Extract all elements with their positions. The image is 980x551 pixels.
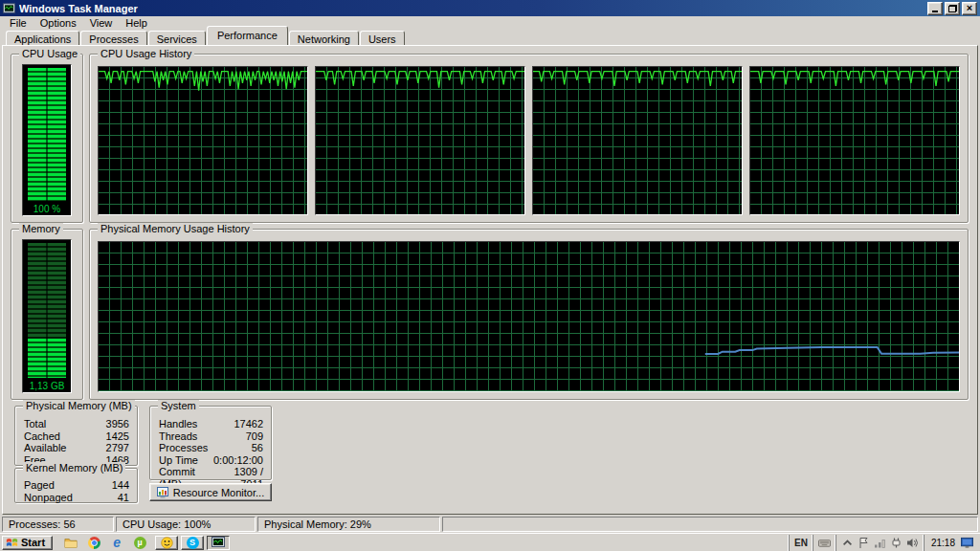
title-bar: Windows Task Manager × bbox=[0, 0, 980, 16]
memory-led-divider bbox=[46, 243, 48, 378]
cpu-usage-group-label: CPU Usage bbox=[19, 48, 80, 59]
stat-label: Cached bbox=[24, 430, 60, 443]
stat-row: Cached 1425 bbox=[24, 430, 129, 443]
keyboard-section[interactable] bbox=[813, 535, 835, 551]
system-group: System Handles 17462 Threads 709 Process… bbox=[149, 406, 272, 480]
resource-monitor-button[interactable]: Resource Monitor... bbox=[149, 483, 272, 501]
internet-explorer-icon[interactable]: e bbox=[110, 536, 123, 549]
tray-icons-section bbox=[835, 535, 924, 551]
taskbar: Start e µ bbox=[0, 533, 980, 551]
system-tray: EN bbox=[789, 535, 978, 551]
stat-value: 41 bbox=[118, 492, 129, 504]
close-button[interactable]: × bbox=[962, 2, 977, 15]
cpu-usage-group: CPU Usage 100 % bbox=[11, 54, 83, 223]
status-empty-panel bbox=[442, 517, 978, 532]
physical-memory-group: Physical Memory (MB) Total 3956 Cached 1… bbox=[14, 406, 138, 466]
clock: 21:18 bbox=[929, 538, 957, 548]
status-bar: Processes: 56 CPU Usage: 100% Physical M… bbox=[2, 517, 978, 532]
window-title: Windows Task Manager bbox=[19, 3, 925, 14]
stat-label: Threads bbox=[159, 430, 197, 443]
keyboard-icon bbox=[818, 537, 831, 549]
memory-history-group: Physical Memory Usage History bbox=[89, 229, 969, 400]
stat-value: 0:00:12:00 bbox=[213, 454, 263, 467]
stat-value: 2797 bbox=[106, 442, 129, 454]
restore-button[interactable] bbox=[945, 2, 960, 15]
taskbar-button-task-manager[interactable] bbox=[207, 536, 230, 550]
stat-row: Threads 709 bbox=[159, 430, 263, 443]
cpu-history-graph-core1 bbox=[98, 66, 308, 215]
action-center-flag-icon[interactable] bbox=[858, 537, 870, 549]
language-label: EN bbox=[794, 538, 808, 548]
stat-value: 56 bbox=[252, 442, 263, 454]
stat-label: Up Time bbox=[159, 454, 198, 467]
cpu-history-graph-core4 bbox=[749, 66, 960, 215]
network-signal-icon[interactable] bbox=[874, 537, 886, 549]
cpu-history-graph-core3 bbox=[532, 66, 743, 215]
cpu-history-group-label: CPU Usage History bbox=[98, 48, 194, 59]
tray-monitor-icon[interactable] bbox=[961, 537, 973, 549]
explorer-folder-icon[interactable] bbox=[64, 536, 78, 549]
minimize-button[interactable] bbox=[927, 2, 943, 15]
chrome-icon[interactable] bbox=[87, 536, 100, 549]
tab-page-performance: CPU Usage 100 % CPU Usage History bbox=[2, 45, 978, 515]
stat-value: 17462 bbox=[234, 418, 263, 430]
task-manager-window-icon bbox=[3, 3, 15, 14]
quick-launch-bar: e µ bbox=[64, 536, 146, 549]
status-cpu-usage: CPU Usage: 100% bbox=[116, 517, 256, 532]
memory-gauge: 1,13 GB bbox=[22, 239, 72, 393]
memory-history-group-label: Physical Memory Usage History bbox=[98, 223, 253, 234]
menu-file[interactable]: File bbox=[3, 17, 33, 29]
memory-led-area bbox=[28, 243, 66, 378]
start-windows-logo-icon bbox=[6, 537, 18, 548]
stat-value: 1425 bbox=[106, 430, 129, 443]
stat-row: Total 3956 bbox=[24, 418, 129, 430]
clock-section[interactable]: 21:18 bbox=[924, 535, 978, 551]
status-processes: Processes: 56 bbox=[2, 517, 114, 532]
menu-view[interactable]: View bbox=[83, 17, 120, 29]
show-hidden-icons-icon[interactable] bbox=[841, 537, 854, 549]
stat-row: Nonpaged 41 bbox=[24, 492, 129, 504]
skype-icon: S bbox=[187, 537, 199, 549]
taskbar-button-skype[interactable]: S bbox=[181, 536, 204, 550]
system-group-label: System bbox=[158, 400, 199, 411]
menu-bar: File Options View Help bbox=[0, 16, 980, 29]
physical-memory-group-label: Physical Memory (MB) bbox=[23, 400, 135, 411]
start-label: Start bbox=[21, 537, 45, 548]
menu-help[interactable]: Help bbox=[119, 17, 154, 29]
memory-group-label: Memory bbox=[19, 223, 63, 234]
memory-history-graph bbox=[98, 241, 960, 392]
physical-memory-rows: Total 3956 Cached 1425 Available 2797 Fr… bbox=[24, 418, 129, 466]
tab-performance[interactable]: Performance bbox=[207, 26, 288, 45]
taskbar-button-smiley[interactable] bbox=[155, 536, 178, 550]
memory-value: 1,13 GB bbox=[23, 381, 71, 391]
stat-row: Available 2797 bbox=[24, 442, 129, 454]
close-icon: × bbox=[967, 3, 972, 12]
cpu-history-graph-core2 bbox=[315, 66, 525, 215]
language-indicator[interactable]: EN bbox=[789, 535, 813, 551]
kernel-memory-group: Kernel Memory (MB) Paged 144 Nonpaged 41 bbox=[14, 468, 138, 503]
cpu-led-divider bbox=[46, 68, 48, 201]
cpu-history-row bbox=[98, 66, 960, 215]
stat-row: Handles 17462 bbox=[159, 418, 263, 430]
kernel-memory-rows: Paged 144 Nonpaged 41 bbox=[24, 479, 129, 503]
stat-label: Processes bbox=[159, 442, 208, 454]
kernel-memory-group-label: Kernel Memory (MB) bbox=[23, 462, 125, 474]
power-plug-icon[interactable] bbox=[890, 537, 902, 549]
status-physical-memory: Physical Memory: 29% bbox=[257, 517, 440, 532]
stat-label: Available bbox=[24, 442, 66, 454]
desktop: Windows Task Manager × File Options View… bbox=[0, 0, 980, 551]
utorrent-icon[interactable]: µ bbox=[133, 536, 146, 549]
menu-options[interactable]: Options bbox=[33, 17, 83, 29]
stat-value: 709 bbox=[246, 430, 263, 443]
system-rows: Handles 17462 Threads 709 Processes 56 U… bbox=[159, 418, 263, 491]
task-manager-icon bbox=[212, 537, 225, 548]
resource-monitor-label: Resource Monitor... bbox=[173, 487, 264, 498]
cpu-history-group: CPU Usage History bbox=[89, 54, 969, 223]
cpu-usage-value: 100 % bbox=[23, 204, 71, 214]
restore-icon bbox=[948, 5, 957, 12]
stat-value: 144 bbox=[112, 479, 129, 492]
start-button[interactable]: Start bbox=[2, 536, 53, 550]
speaker-icon[interactable] bbox=[906, 537, 919, 549]
cpu-led-area bbox=[28, 68, 66, 201]
stat-label: Nonpaged bbox=[24, 492, 73, 504]
